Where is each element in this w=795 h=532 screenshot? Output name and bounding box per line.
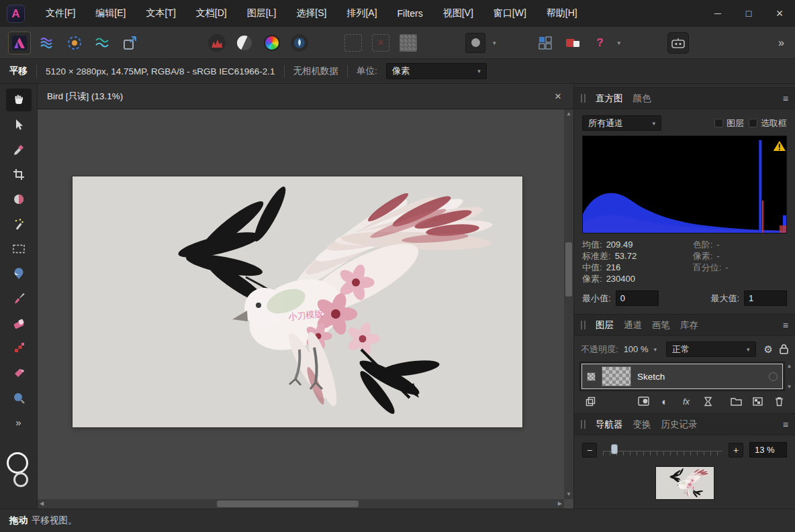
tab-layers[interactable]: 图层 [596, 319, 614, 331]
layer-name[interactable]: Sketch [637, 372, 665, 382]
lock-icon[interactable] [780, 344, 788, 354]
vertical-scrollbar[interactable]: ▲ ▼ [564, 109, 573, 499]
menu-arrange[interactable]: 排列[A] [336, 0, 387, 27]
flood-fill-tool[interactable] [6, 362, 32, 384]
assistant-button[interactable] [667, 32, 689, 54]
panel-menu-icon[interactable]: ≡ [783, 419, 788, 430]
menu-view[interactable]: 视图[V] [433, 0, 483, 27]
panel-grip-icon[interactable] [581, 94, 586, 103]
channel-select[interactable]: 所有通道 ▾ [582, 115, 661, 131]
zoom-in-button[interactable]: + [729, 443, 743, 458]
layer-thumbnail[interactable] [602, 366, 631, 386]
scroll-down-icon[interactable]: ▼ [566, 490, 571, 499]
panel-menu-icon[interactable]: ≡ [783, 320, 788, 331]
tab-stock[interactable]: 库存 [680, 319, 698, 331]
opacity-dropdown-icon[interactable]: ▾ [654, 346, 657, 353]
panel-grip-icon[interactable] [581, 420, 586, 429]
close-button[interactable]: × [764, 0, 795, 27]
maximize-button[interactable]: □ [733, 0, 764, 27]
tab-close-icon[interactable]: × [552, 90, 564, 103]
tab-histogram[interactable]: 直方图 [596, 93, 623, 105]
snapping-manager-button[interactable] [534, 32, 557, 54]
delete-layer-button[interactable] [771, 394, 787, 408]
scroll-up-icon[interactable]: ▲ [787, 363, 792, 369]
minimize-button[interactable]: ─ [702, 0, 733, 27]
liquify-persona-button[interactable] [36, 32, 58, 54]
scroll-up-icon[interactable]: ▲ [566, 109, 571, 119]
blend-options-gear-icon[interactable]: ⚙ [764, 343, 773, 356]
develop-persona-button[interactable] [63, 32, 86, 54]
zoom-slider[interactable] [603, 443, 722, 458]
layer-row-sketch[interactable]: Sketch [581, 364, 783, 389]
tab-history[interactable]: 历史记录 [661, 419, 698, 431]
marquee-tool[interactable] [6, 237, 32, 260]
layer-effects-button[interactable]: fx [678, 394, 694, 408]
view-tool[interactable] [6, 89, 32, 111]
selection-mode-new-button[interactable] [342, 32, 365, 54]
min-value-input[interactable] [616, 290, 659, 306]
menu-filters[interactable]: Filters [387, 0, 433, 27]
unit-select[interactable]: 像素 ▾ [386, 63, 487, 79]
menu-edit[interactable]: 编辑[E] [85, 0, 136, 27]
move-by-whole-pixels-button[interactable]: ? [589, 32, 612, 54]
new-layer-button[interactable] [749, 394, 765, 408]
export-persona-button[interactable] [118, 32, 141, 54]
panel-menu-icon[interactable]: ≡ [783, 93, 788, 104]
auto-levels-button[interactable] [205, 32, 228, 54]
canvas-viewport[interactable]: ▲ ▼ ◀ ▶ [38, 109, 573, 509]
menu-text[interactable]: 文本[T] [136, 0, 185, 27]
group-layers-button[interactable] [728, 394, 744, 408]
tab-navigator[interactable]: 导航器 [596, 419, 623, 431]
deselect-button[interactable]: ✕ [369, 32, 392, 54]
image-artboard[interactable] [73, 176, 522, 427]
force-pixel-alignment-button[interactable] [561, 32, 584, 54]
flood-select-tool[interactable] [6, 213, 32, 235]
color-picker-tool[interactable] [6, 138, 32, 161]
gradient-tool[interactable] [6, 262, 32, 285]
tone-mapping-persona-button[interactable] [91, 32, 113, 54]
menu-layer[interactable]: 图层[L] [237, 0, 287, 27]
tab-transform[interactable]: 变换 [633, 419, 651, 431]
move-tool[interactable] [6, 113, 32, 136]
duplicate-layer-button[interactable] [582, 394, 598, 408]
quick-mask-dropdown[interactable]: ▾ [493, 40, 496, 46]
layer-checkbox[interactable] [714, 119, 723, 127]
pixel-tool[interactable] [6, 337, 32, 360]
auto-colors-button[interactable] [261, 32, 283, 54]
marquee-checkbox[interactable] [749, 119, 757, 127]
menu-help[interactable]: 帮助[H] [536, 0, 588, 27]
scroll-left-icon[interactable]: ◀ [40, 499, 44, 509]
live-filter-button[interactable] [700, 394, 716, 408]
document-tab[interactable]: Bird [只读] (13.1%) × [38, 84, 573, 109]
blend-mode-select[interactable]: 正常 ▾ [666, 341, 756, 357]
more-tools-icon[interactable]: » [15, 417, 21, 428]
opacity-value[interactable]: 100 % [624, 344, 649, 354]
adjustment-layer-button[interactable]: ◐ [657, 394, 673, 408]
photo-persona-button[interactable] [8, 32, 31, 54]
tab-brushes[interactable]: 画笔 [652, 319, 670, 331]
blur-tool[interactable] [6, 386, 32, 409]
quick-mask-button[interactable] [464, 32, 487, 54]
auto-contrast-button[interactable] [233, 32, 256, 54]
menu-file[interactable]: 文件[F] [36, 0, 85, 27]
layer-scrollbar[interactable]: ▲ ▼ [785, 362, 794, 391]
toolbar-more-icon[interactable]: » [776, 37, 787, 49]
tab-color[interactable]: 颜色 [633, 93, 651, 105]
max-value-input[interactable] [744, 290, 787, 306]
color-swatches[interactable] [5, 452, 32, 491]
crop-tool[interactable] [6, 163, 32, 186]
selection-brush-tool[interactable] [6, 188, 32, 211]
scroll-right-icon[interactable]: ▶ [558, 499, 562, 509]
tab-channels[interactable]: 通道 [624, 319, 642, 331]
zoom-value-field[interactable]: 13 % [749, 442, 787, 458]
horizontal-scrollbar[interactable]: ◀ ▶ [38, 499, 564, 509]
menu-document[interactable]: 文档[D] [186, 0, 237, 27]
selection-mode-invert-button[interactable] [397, 32, 420, 54]
zoom-out-button[interactable]: − [582, 443, 597, 458]
menu-window[interactable]: 窗口[W] [483, 0, 536, 27]
erase-brush-tool[interactable] [6, 312, 32, 335]
panel-grip-icon[interactable] [581, 321, 586, 329]
mask-layer-button[interactable] [635, 394, 651, 408]
auto-white-balance-button[interactable] [288, 32, 311, 54]
paint-brush-tool[interactable] [6, 287, 32, 310]
